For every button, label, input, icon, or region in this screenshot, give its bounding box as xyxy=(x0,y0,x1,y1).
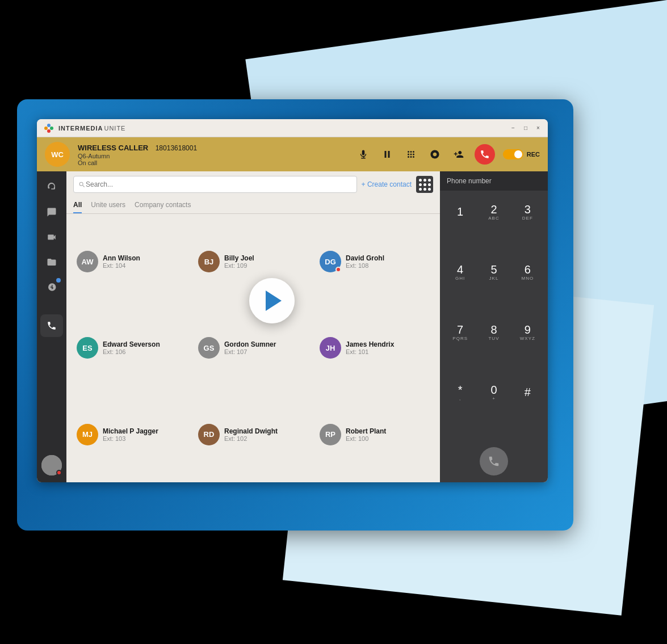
svg-point-10 xyxy=(410,154,412,155)
create-contact-button[interactable]: + Create contact xyxy=(362,180,412,188)
sidebar-item-chat[interactable] xyxy=(40,201,63,224)
contact-name: James Hendrix xyxy=(346,340,394,348)
tab-unite-users[interactable]: Unite users xyxy=(91,197,125,213)
record-button[interactable] xyxy=(427,146,443,162)
mute-button[interactable] xyxy=(355,146,371,162)
recents-badge xyxy=(56,278,61,283)
contact-item[interactable]: RD Reginald Dwight Ext: 102 xyxy=(195,394,312,475)
tab-all[interactable]: All xyxy=(73,197,82,213)
dial-key-0[interactable]: 0 + xyxy=(478,378,509,406)
contact-info: Reginald Dwight Ext: 102 xyxy=(224,427,278,442)
contact-avatar-wrap: GS xyxy=(198,337,220,359)
contact-avatar-wrap: BJ xyxy=(198,251,220,272)
search-input[interactable] xyxy=(86,180,352,188)
close-button[interactable]: × xyxy=(534,124,542,132)
svg-point-9 xyxy=(408,154,409,155)
contact-avatar-wrap: JH xyxy=(320,337,341,359)
sidebar-user-avatar[interactable] xyxy=(41,455,62,475)
app-window: INTERMEDIAUNITE − □ × WC WIRELESS CALLER… xyxy=(37,119,548,482)
contact-item[interactable]: JH James Hendrix Ext: 101 xyxy=(316,307,433,389)
svg-point-13 xyxy=(410,156,412,158)
contact-name: Robert Plant xyxy=(346,427,386,435)
dialpad-toggle-button[interactable] xyxy=(416,176,433,193)
search-input-wrap xyxy=(73,176,357,193)
caller-avatar: WC xyxy=(45,142,70,167)
dial-key-6[interactable]: 6 MNO xyxy=(512,258,543,286)
dial-key-hash[interactable]: # xyxy=(512,378,543,406)
dial-key-4[interactable]: 4 GHI xyxy=(444,258,476,286)
contact-avatar: RD xyxy=(198,424,220,445)
sidebar-item-dialpad[interactable] xyxy=(40,314,63,337)
contact-ext: Ext: 107 xyxy=(224,348,276,355)
contact-ext: Ext: 108 xyxy=(346,262,384,269)
call-controls xyxy=(355,144,495,165)
dial-key-star[interactable]: * , xyxy=(444,378,476,406)
contact-avatar: RP xyxy=(320,424,341,445)
contact-grid: AW Ann Wilson Ext: 104 BJ Billy Joel Ext… xyxy=(66,214,440,482)
hold-button[interactable] xyxy=(379,146,395,162)
contact-info: Edward Severson Ext: 106 xyxy=(103,340,160,355)
contact-info: Robert Plant Ext: 100 xyxy=(346,427,386,442)
contact-info: David Grohl Ext: 108 xyxy=(346,254,384,269)
add-user-button[interactable] xyxy=(451,146,467,162)
dialpad-keys: 1 2 ABC 3 DEF 4 GHI 5 JKL xyxy=(440,191,548,443)
dialpad-grid-icon xyxy=(419,179,431,191)
minimize-button[interactable]: − xyxy=(509,124,517,132)
dialpad-panel: Phone number 1 2 ABC 3 DEF 4 GH xyxy=(440,171,548,482)
contact-ext: Ext: 106 xyxy=(103,348,160,355)
dial-key-3[interactable]: 3 DEF xyxy=(512,197,543,226)
contact-avatar-wrap: DG xyxy=(320,251,341,272)
contact-name: Michael P Jagger xyxy=(103,427,158,435)
contact-item[interactable]: GS Gordon Sumner Ext: 107 xyxy=(195,307,312,389)
contact-avatar-wrap: RD xyxy=(198,424,220,445)
sidebar-item-recents[interactable] xyxy=(40,276,63,298)
contact-avatar: JH xyxy=(320,337,341,359)
contact-avatar: GS xyxy=(198,337,220,359)
dialpad-button[interactable] xyxy=(403,146,419,162)
call-bar: WC WIRELESS CALLER 18013618001 Q6-Autumn… xyxy=(37,137,548,171)
contact-name: Billy Joel xyxy=(224,254,254,262)
svg-point-7 xyxy=(410,151,412,153)
contact-item[interactable]: DG David Grohl Ext: 108 xyxy=(316,221,433,302)
contact-avatar-wrap: ES xyxy=(77,337,98,359)
contact-avatar-wrap: RP xyxy=(320,424,341,445)
sidebar-item-files[interactable] xyxy=(40,251,63,273)
end-call-button[interactable] xyxy=(475,144,495,165)
svg-rect-5 xyxy=(388,151,389,158)
dial-key-2[interactable]: 2 ABC xyxy=(478,197,509,226)
caller-name-line: WIRELESS CALLER 18013618001 xyxy=(78,142,347,153)
rec-toggle[interactable] xyxy=(503,149,523,159)
dial-key-1[interactable]: 1 xyxy=(444,197,476,226)
maximize-button[interactable]: □ xyxy=(522,124,530,132)
tab-company-contacts[interactable]: Company contacts xyxy=(135,197,191,213)
contact-info: James Hendrix Ext: 101 xyxy=(346,340,394,355)
contact-item[interactable]: ES Edward Severson Ext: 106 xyxy=(73,307,190,389)
contact-status-dot xyxy=(335,267,341,272)
dial-key-5[interactable]: 5 JKL xyxy=(478,258,509,286)
contact-item[interactable]: MJ Michael P Jagger Ext: 103 xyxy=(73,394,190,475)
caller-info: WIRELESS CALLER 18013618001 Q6-Autumn On… xyxy=(78,142,347,166)
dial-key-8[interactable]: 8 TUV xyxy=(478,318,509,346)
svg-point-11 xyxy=(413,154,414,155)
contact-item[interactable]: RP Robert Plant Ext: 100 xyxy=(316,394,433,475)
user-status-dot xyxy=(56,470,62,475)
dial-call-button[interactable] xyxy=(480,447,508,475)
contact-ext: Ext: 101 xyxy=(346,348,394,355)
contact-name: Edward Severson xyxy=(103,340,160,348)
sidebar-item-headset[interactable] xyxy=(40,176,63,199)
logo-text-unite: UNITE xyxy=(104,125,125,132)
sidebar xyxy=(37,171,66,482)
svg-point-8 xyxy=(413,151,414,153)
contact-ext: Ext: 104 xyxy=(103,262,140,269)
caller-number: 18013618001 xyxy=(156,144,197,152)
play-button-overlay[interactable] xyxy=(249,278,295,323)
contacts-panel: + Create contact All Unite users Company… xyxy=(66,171,440,482)
dial-key-7[interactable]: 7 PQRS xyxy=(444,318,476,346)
caller-queue: Q6-Autumn xyxy=(78,153,347,159)
contact-ext: Ext: 100 xyxy=(346,435,386,442)
search-icon xyxy=(78,181,86,188)
caller-name: WIRELESS CALLER xyxy=(78,144,148,152)
sidebar-item-video[interactable] xyxy=(40,226,63,249)
dial-key-9[interactable]: 9 WXYZ xyxy=(512,318,543,346)
contact-item[interactable]: AW Ann Wilson Ext: 104 xyxy=(73,221,190,302)
